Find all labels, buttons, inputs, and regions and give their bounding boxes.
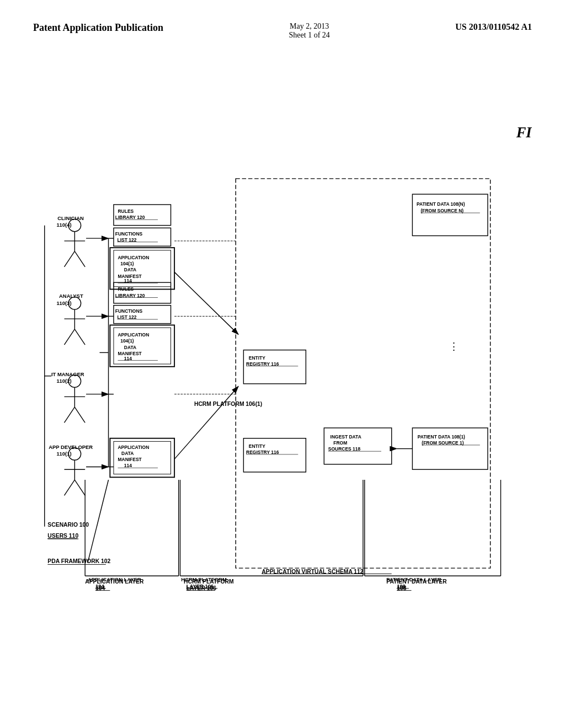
entity-registry-2-l2: REGISTRY 116	[246, 361, 279, 367]
functions-list-analyst-label1: FUNCTIONS	[115, 308, 143, 314]
rules-lib-clinician-label2: LIBRARY 120	[115, 215, 145, 220]
app-manifest-appdev-l4: 114	[124, 463, 132, 468]
entity-registry-1-l2: REGISTRY 116	[246, 449, 279, 455]
diagram-svg: FIG. 1 SCENARIO 100 USERS 110 PDA FRAMEW…	[33, 56, 532, 690]
it-mgr-label2: 110(2)	[56, 378, 71, 384]
rules-lib-analyst-label1: RULES	[118, 286, 134, 292]
patient-layer-text1: PATIENT DATA LAYER	[386, 576, 441, 582]
header: Patent Application Publication May 2, 20…	[33, 22, 532, 45]
app-manifest-appdev-l3: MANIFEST	[118, 457, 142, 462]
app-virtual-schema-label: APPLICATION VIRTUAL SCHEMA 112	[262, 569, 364, 575]
pda-framework-label: PDA FRAMEWORK 102	[47, 558, 110, 564]
users-label: USERS 110	[47, 533, 78, 539]
analyst-label1: ANALYST	[59, 293, 83, 299]
app-dev-leg2	[74, 480, 85, 495]
patient-data-n-l2: (FROM SOURCE N)	[420, 208, 463, 213]
pda-bracket-label-line	[88, 480, 109, 563]
app-manifest-clinician-label2: 104(1)	[120, 261, 134, 266]
app-dev-label1: APP DEVELOPER	[49, 444, 93, 450]
fig-label: FIG. 1	[516, 125, 532, 141]
functions-list-analyst-label2: LIST 122	[118, 314, 137, 320]
hcrm-layer-text2: LAYER 106	[186, 583, 214, 589]
it-mgr-leg2	[74, 407, 85, 422]
clinician-label1: CLINICIAN	[57, 215, 84, 221]
app-manifest-analyst-l1: APPLICATION	[118, 332, 149, 338]
entity-registry-1-l1: ENTITY	[249, 443, 265, 449]
app-layer-text2: 104	[95, 583, 104, 589]
app-manifest-clinician-label1: APPLICATION	[118, 255, 149, 260]
app-manifest-clinician-label3: DATA	[124, 267, 136, 272]
page: Patent Application Publication May 2, 20…	[0, 0, 565, 728]
ingest-data-l1: INGEST DATA	[331, 434, 361, 440]
hcrm-platform-label: HCRM PLATFORM 106(1)	[194, 401, 262, 407]
app-manifest-appdev-l2: DATA	[121, 451, 134, 456]
header-title: Patent Application Publication	[33, 22, 163, 34]
patient-data-1-l2: (FROM SOURCE 1)	[422, 440, 463, 446]
app-manifest-analyst-l3: DATA	[124, 345, 136, 350]
app-manifest-analyst-l2: 104(1)	[120, 338, 134, 344]
header-patent-number: US 2013/0110542 A1	[455, 22, 532, 32]
hcrm-layer-text1: HCRM PLATFORM	[181, 576, 227, 582]
ingest-data-l2: FROM	[333, 440, 347, 446]
header-date: May 2, 2013	[289, 22, 330, 31]
header-center: May 2, 2013 Sheet 1 of 24	[289, 22, 330, 40]
analyst-leg2	[74, 329, 85, 345]
patient-data-n-box	[412, 194, 488, 235]
analyst-label2: 110(3)	[56, 300, 71, 306]
rules-lib-analyst-label2: LIBRARY 120	[115, 293, 145, 298]
functions-list-clinician-label1: FUNCTIONS	[115, 231, 143, 237]
ingest-data-l3: SOURCES 118	[328, 446, 361, 452]
dots-indicator: ⋮	[449, 341, 459, 352]
scenario-label: SCENARIO 100	[47, 522, 89, 528]
header-sheet: Sheet 1 of 24	[289, 31, 330, 40]
patient-data-1-l1: PATIENT DATA 108(1)	[418, 434, 465, 440]
patient-layer-text2: 108	[397, 583, 406, 589]
app-manifest-analyst-l5: 114	[124, 356, 132, 361]
clinician-label2: 110(4)	[56, 222, 71, 228]
app-manifest-appdev-l1: APPLICATION	[118, 445, 149, 450]
functions-list-clinician-label2: LIST 122	[118, 237, 137, 243]
patient-data-n-l1: PATIENT DATA 108(N)	[417, 201, 465, 207]
entity-registry-2-l1: ENTITY	[249, 355, 265, 361]
app-dev-label2: 110(1)	[56, 451, 71, 457]
arrow-clinician-hcrm	[174, 272, 238, 334]
clinician-leg2	[74, 251, 85, 267]
rules-lib-clinician-label1: RULES	[118, 208, 134, 214]
analyst-leg1	[65, 329, 75, 345]
diagram-area: FIG. 1 SCENARIO 100 USERS 110 PDA FRAMEW…	[33, 56, 532, 690]
app-dev-leg1	[65, 480, 75, 495]
clinician-leg1	[65, 251, 75, 267]
it-mgr-label1: IT MANAGER	[51, 371, 84, 377]
app-layer-text1: APPLICATION LAYER	[88, 576, 141, 582]
arrow-to-hcrm	[174, 387, 238, 459]
it-mgr-leg1	[65, 407, 75, 422]
